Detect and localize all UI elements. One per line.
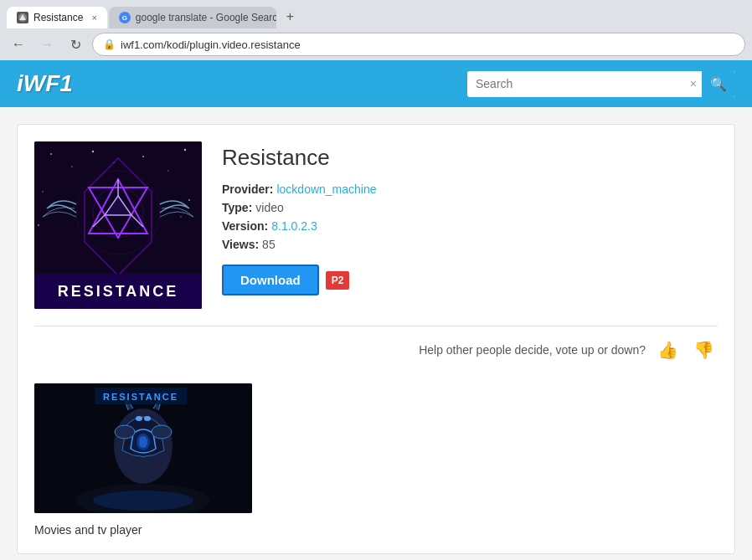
- svg-point-36: [93, 491, 193, 511]
- p2-badge: P2: [326, 271, 350, 290]
- site-header: iWF1 × 🔍: [0, 60, 752, 107]
- svg-text:RESISTANCE: RESISTANCE: [58, 283, 179, 300]
- tab-favicon-resistance: [17, 12, 28, 23]
- svg-point-29: [139, 436, 147, 448]
- tab-favicon-google: G: [119, 12, 131, 23]
- svg-point-8: [167, 170, 169, 172]
- tab-resistance[interactable]: Resistance ×: [7, 7, 107, 28]
- search-icon: 🔍: [710, 77, 727, 91]
- secondary-content: RESISTANCE Movies and tv player: [34, 383, 718, 537]
- svg-text:RESISTANCE: RESISTANCE: [103, 392, 178, 402]
- version-meta: Version: 8.1.0.2.3: [222, 219, 718, 233]
- thumbs-down-icon: 👎: [693, 341, 714, 359]
- plugin-thumbnail: RESISTANCE: [34, 141, 202, 309]
- search-clear-button[interactable]: ×: [685, 72, 702, 95]
- vote-section: Help other people decide, vote up or dow…: [34, 326, 718, 373]
- search-box: × 🔍: [467, 71, 735, 97]
- logo-text: iWF1: [17, 70, 73, 96]
- svg-point-32: [115, 425, 135, 439]
- svg-point-12: [180, 216, 182, 218]
- svg-point-30: [136, 416, 142, 421]
- svg-point-9: [184, 149, 186, 151]
- plugin-title: Resistance: [222, 145, 718, 171]
- type-meta: Type: video: [222, 201, 718, 214]
- tab-close-resistance[interactable]: ×: [91, 13, 96, 23]
- site-logo: iWF1: [17, 70, 73, 97]
- new-tab-button[interactable]: +: [278, 5, 302, 28]
- svg-point-33: [152, 425, 172, 439]
- secondary-thumbnail: RESISTANCE: [34, 383, 252, 513]
- svg-point-10: [42, 191, 44, 193]
- svg-point-7: [142, 156, 144, 157]
- svg-point-5: [92, 151, 94, 152]
- tab-google-translate[interactable]: G google translate - Google Search ×: [109, 7, 276, 28]
- page-content: RESISTANCE Resistance Provider: lockdown…: [0, 107, 752, 560]
- svg-point-4: [71, 166, 73, 167]
- back-button[interactable]: ←: [7, 33, 30, 56]
- svg-point-31: [144, 416, 151, 421]
- download-button[interactable]: Download: [222, 265, 319, 295]
- vote-text: Help other people decide, vote up or dow…: [419, 343, 646, 357]
- views-label: Views:: [222, 238, 259, 251]
- tab-bar: Resistance × G google translate - Google…: [0, 0, 752, 28]
- forward-button[interactable]: →: [35, 33, 59, 56]
- thumbs-down-button[interactable]: 👎: [690, 337, 718, 363]
- plugin-details: Resistance Provider: lockdown_machine Ty…: [222, 141, 718, 295]
- thumbs-up-icon: 👍: [657, 341, 678, 359]
- views-meta: Views: 85: [222, 238, 718, 251]
- reload-button[interactable]: ↻: [64, 33, 87, 56]
- type-label: Type:: [222, 201, 252, 214]
- provider-label: Provider:: [222, 182, 273, 196]
- views-value: 85: [262, 238, 276, 251]
- provider-value: lockdown_machine: [276, 182, 376, 196]
- svg-point-3: [50, 153, 52, 155]
- description-text: Movies and tv player: [34, 523, 718, 537]
- navigation-bar: ← → ↻ 🔒 iwf1.com/kodi/plugin.video.resis…: [0, 28, 752, 60]
- content-card: RESISTANCE Resistance Provider: lockdown…: [17, 124, 735, 554]
- svg-point-13: [38, 224, 39, 226]
- plugin-section: RESISTANCE Resistance Provider: lockdown…: [34, 141, 718, 326]
- browser-window: Resistance × G google translate - Google…: [0, 0, 752, 560]
- svg-point-11: [188, 199, 190, 201]
- version-label: Version:: [222, 219, 268, 233]
- address-text: iwf1.com/kodi/plugin.video.resistance: [121, 39, 734, 51]
- type-value: video: [255, 201, 283, 214]
- lock-icon: 🔒: [103, 39, 116, 50]
- search-input[interactable]: [467, 72, 685, 95]
- provider-meta: Provider: lockdown_machine: [222, 182, 718, 196]
- version-value: 8.1.0.2.3: [271, 219, 317, 233]
- tab-label-google: google translate - Google Search: [136, 12, 276, 23]
- thumbs-up-button[interactable]: 👍: [654, 337, 682, 363]
- download-area: Download P2: [222, 265, 718, 295]
- search-submit-button[interactable]: 🔍: [702, 71, 735, 97]
- address-bar[interactable]: 🔒 iwf1.com/kodi/plugin.video.resistance: [92, 33, 745, 56]
- tab-label-resistance: Resistance: [33, 12, 83, 23]
